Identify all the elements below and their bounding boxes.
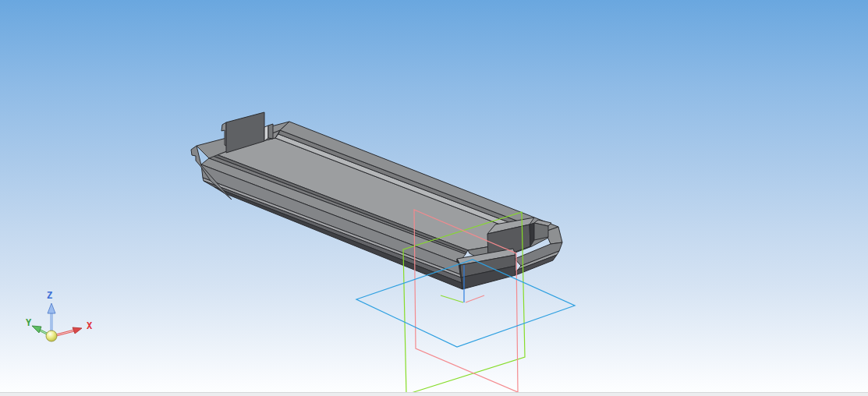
triad-z-arrowhead-icon: [48, 303, 55, 313]
triad-z-label: Z: [47, 290, 52, 301]
model-tray-part[interactable]: [191, 112, 562, 289]
orientation-triad: ZYX: [26, 290, 93, 341]
triad-x-arrowhead-icon: [73, 327, 82, 334]
tab-slot-gap[interactable]: [264, 126, 268, 141]
triad-x-label: X: [87, 320, 93, 331]
tab-post[interactable]: [268, 124, 273, 139]
triad-origin-sphere: [46, 331, 57, 341]
status-bar: [0, 392, 868, 396]
scene-canvas[interactable]: ZYX: [0, 0, 868, 396]
clip-block-side-piece[interactable]: [534, 223, 548, 240]
triad-y-label: Y: [26, 317, 32, 328]
origin-x-axis[interactable]: [466, 295, 484, 302]
triad-x-shaft-highlight: [56, 331, 74, 335]
origin-y-axis[interactable]: [441, 295, 463, 302]
cad-3d-viewport[interactable]: ZYX: [0, 0, 868, 396]
triad-y-arrowhead-icon: [32, 326, 41, 333]
